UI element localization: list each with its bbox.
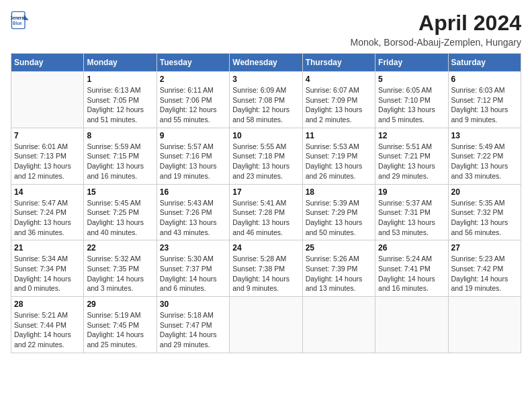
day-info: Sunrise: 6:03 AMSunset: 7:12 PMDaylight:…: [451, 85, 518, 125]
weekday-header-cell: Tuesday: [157, 54, 229, 72]
calendar-week-row: 7Sunrise: 6:01 AMSunset: 7:13 PMDaylight…: [11, 128, 521, 184]
day-number: 17: [232, 187, 299, 197]
day-info: Sunrise: 5:28 AMSunset: 7:38 PMDaylight:…: [232, 254, 299, 293]
calendar-day-cell: 23Sunrise: 5:30 AMSunset: 7:37 PMDayligh…: [157, 240, 229, 297]
calendar-day-cell: 8Sunrise: 5:59 AMSunset: 7:15 PMDaylight…: [84, 128, 157, 184]
day-info: Sunrise: 6:13 AMSunset: 7:05 PMDaylight:…: [87, 85, 153, 125]
calendar-day-cell: 28Sunrise: 5:21 AMSunset: 7:44 PMDayligh…: [11, 297, 84, 353]
day-number: 21: [14, 243, 81, 253]
calendar: SundayMondayTuesdayWednesdayThursdayFrid…: [11, 53, 521, 353]
day-number: 27: [451, 243, 518, 253]
day-number: 2: [160, 75, 226, 84]
day-number: 4: [306, 75, 372, 84]
calendar-day-cell: 1Sunrise: 6:13 AMSunset: 7:05 PMDaylight…: [84, 72, 157, 128]
day-number: 22: [87, 243, 153, 253]
day-number: 19: [378, 187, 445, 197]
day-number: 26: [378, 243, 445, 253]
day-info: Sunrise: 5:23 AMSunset: 7:42 PMDaylight:…: [451, 254, 518, 293]
day-info: Sunrise: 5:35 AMSunset: 7:32 PMDaylight:…: [451, 198, 518, 238]
svg-text:Blue: Blue: [13, 21, 22, 26]
day-number: 23: [160, 243, 226, 253]
day-number: 7: [14, 131, 81, 140]
day-number: 5: [378, 75, 445, 84]
day-number: 11: [306, 131, 372, 140]
calendar-day-cell: 14Sunrise: 5:47 AMSunset: 7:24 PMDayligh…: [11, 184, 84, 240]
weekday-header-cell: Wednesday: [230, 54, 302, 72]
day-info: Sunrise: 5:41 AMSunset: 7:28 PMDaylight:…: [232, 198, 299, 238]
day-info: Sunrise: 5:49 AMSunset: 7:22 PMDaylight:…: [451, 142, 518, 181]
weekday-header-cell: Sunday: [11, 54, 84, 72]
day-info: Sunrise: 5:47 AMSunset: 7:24 PMDaylight:…: [14, 198, 81, 238]
day-number: 10: [232, 131, 299, 140]
day-info: Sunrise: 5:59 AMSunset: 7:15 PMDaylight:…: [87, 142, 153, 181]
day-number: 20: [451, 187, 518, 197]
day-info: Sunrise: 6:11 AMSunset: 7:06 PMDaylight:…: [160, 85, 226, 125]
day-info: Sunrise: 5:55 AMSunset: 7:18 PMDaylight:…: [232, 142, 299, 181]
day-info: Sunrise: 5:53 AMSunset: 7:19 PMDaylight:…: [306, 142, 372, 181]
svg-text:General: General: [11, 15, 26, 20]
weekday-header-cell: Thursday: [302, 54, 375, 72]
day-info: Sunrise: 6:07 AMSunset: 7:09 PMDaylight:…: [306, 85, 372, 125]
calendar-day-cell: 6Sunrise: 6:03 AMSunset: 7:12 PMDaylight…: [448, 72, 521, 128]
calendar-day-cell: 22Sunrise: 5:32 AMSunset: 7:35 PMDayligh…: [84, 240, 157, 297]
calendar-day-cell: 27Sunrise: 5:23 AMSunset: 7:42 PMDayligh…: [448, 240, 521, 297]
day-info: Sunrise: 5:45 AMSunset: 7:25 PMDaylight:…: [87, 198, 153, 238]
calendar-day-cell: 19Sunrise: 5:37 AMSunset: 7:31 PMDayligh…: [375, 184, 448, 240]
day-number: 29: [87, 300, 153, 309]
day-number: 15: [87, 187, 153, 197]
calendar-day-cell: 12Sunrise: 5:51 AMSunset: 7:21 PMDayligh…: [375, 128, 448, 184]
calendar-day-cell: 26Sunrise: 5:24 AMSunset: 7:41 PMDayligh…: [375, 240, 448, 297]
title-area: April 2024 Monok, Borsod-Abauj-Zemplen, …: [351, 11, 521, 48]
calendar-day-cell: 24Sunrise: 5:28 AMSunset: 7:38 PMDayligh…: [230, 240, 302, 297]
weekday-header-row: SundayMondayTuesdayWednesdayThursdayFrid…: [11, 54, 521, 72]
day-info: Sunrise: 6:05 AMSunset: 7:10 PMDaylight:…: [378, 85, 445, 125]
day-number: 8: [87, 131, 153, 140]
header: General Blue April 2024 Monok, Borsod-Ab…: [11, 11, 521, 48]
day-number: 16: [160, 187, 226, 197]
calendar-day-cell: 30Sunrise: 5:18 AMSunset: 7:47 PMDayligh…: [157, 297, 229, 353]
calendar-day-cell: 13Sunrise: 5:49 AMSunset: 7:22 PMDayligh…: [448, 128, 521, 184]
calendar-day-cell: 11Sunrise: 5:53 AMSunset: 7:19 PMDayligh…: [302, 128, 375, 184]
calendar-day-cell: [230, 297, 302, 353]
day-info: Sunrise: 5:19 AMSunset: 7:45 PMDaylight:…: [87, 310, 153, 350]
calendar-day-cell: 10Sunrise: 5:55 AMSunset: 7:18 PMDayligh…: [230, 128, 302, 184]
day-number: 9: [160, 131, 226, 140]
logo: General Blue: [11, 11, 30, 30]
calendar-day-cell: 16Sunrise: 5:43 AMSunset: 7:26 PMDayligh…: [157, 184, 229, 240]
day-info: Sunrise: 5:34 AMSunset: 7:34 PMDaylight:…: [14, 254, 81, 293]
day-number: 12: [378, 131, 445, 140]
calendar-day-cell: 18Sunrise: 5:39 AMSunset: 7:29 PMDayligh…: [302, 184, 375, 240]
day-info: Sunrise: 5:57 AMSunset: 7:16 PMDaylight:…: [160, 142, 226, 181]
calendar-week-row: 21Sunrise: 5:34 AMSunset: 7:34 PMDayligh…: [11, 240, 521, 297]
calendar-day-cell: [375, 297, 448, 353]
calendar-day-cell: [448, 297, 521, 353]
calendar-day-cell: 2Sunrise: 6:11 AMSunset: 7:06 PMDaylight…: [157, 72, 229, 128]
calendar-day-cell: 21Sunrise: 5:34 AMSunset: 7:34 PMDayligh…: [11, 240, 84, 297]
day-number: 25: [306, 243, 372, 253]
calendar-day-cell: 5Sunrise: 6:05 AMSunset: 7:10 PMDaylight…: [375, 72, 448, 128]
logo-icon: General Blue: [11, 11, 30, 30]
day-number: 24: [232, 243, 299, 253]
day-info: Sunrise: 5:51 AMSunset: 7:21 PMDaylight:…: [378, 142, 445, 181]
day-number: 18: [306, 187, 372, 197]
day-info: Sunrise: 5:21 AMSunset: 7:44 PMDaylight:…: [14, 310, 81, 350]
day-number: 3: [232, 75, 299, 84]
day-info: Sunrise: 6:09 AMSunset: 7:08 PMDaylight:…: [232, 85, 299, 125]
day-info: Sunrise: 5:30 AMSunset: 7:37 PMDaylight:…: [160, 254, 226, 293]
calendar-day-cell: 15Sunrise: 5:45 AMSunset: 7:25 PMDayligh…: [84, 184, 157, 240]
calendar-day-cell: 3Sunrise: 6:09 AMSunset: 7:08 PMDaylight…: [230, 72, 302, 128]
day-info: Sunrise: 5:24 AMSunset: 7:41 PMDaylight:…: [378, 254, 445, 293]
calendar-body: 1Sunrise: 6:13 AMSunset: 7:05 PMDaylight…: [11, 72, 521, 353]
day-info: Sunrise: 5:43 AMSunset: 7:26 PMDaylight:…: [160, 198, 226, 238]
day-number: 1: [87, 75, 153, 84]
calendar-day-cell: 17Sunrise: 5:41 AMSunset: 7:28 PMDayligh…: [230, 184, 302, 240]
calendar-week-row: 28Sunrise: 5:21 AMSunset: 7:44 PMDayligh…: [11, 297, 521, 353]
day-number: 14: [14, 187, 81, 197]
calendar-day-cell: 20Sunrise: 5:35 AMSunset: 7:32 PMDayligh…: [448, 184, 521, 240]
day-info: Sunrise: 5:39 AMSunset: 7:29 PMDaylight:…: [306, 198, 372, 238]
day-number: 13: [451, 131, 518, 140]
location-title: Monok, Borsod-Abauj-Zemplen, Hungary: [351, 37, 521, 48]
day-number: 28: [14, 300, 81, 309]
month-title: April 2024: [351, 11, 521, 36]
calendar-day-cell: [11, 72, 84, 128]
